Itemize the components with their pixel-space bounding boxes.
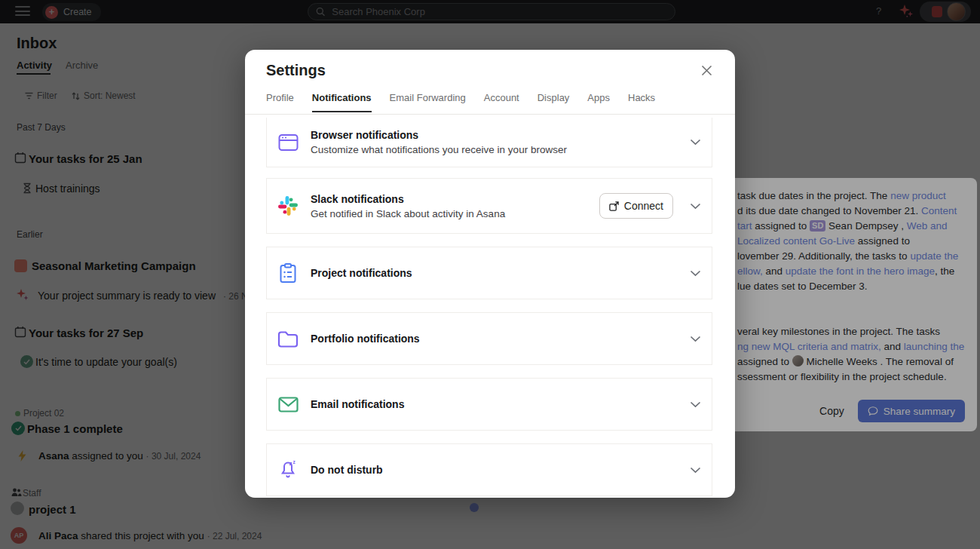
slack-icon [278, 196, 298, 216]
modal-title: Settings [266, 62, 326, 79]
email-icon [278, 397, 299, 413]
connect-slack-button[interactable]: Connect [599, 193, 673, 219]
project-notifications-row[interactable]: Project notifications [266, 247, 712, 299]
row-subtitle: Customize what notifications you receive… [311, 144, 567, 155]
tab-hacks[interactable]: Hacks [628, 92, 655, 112]
svg-text:z: z [292, 460, 296, 465]
chevron-down-icon[interactable] [690, 203, 701, 210]
tabs-divider [245, 114, 735, 115]
scroll-indicator-dot [470, 503, 479, 512]
connect-label: Connect [624, 200, 663, 212]
row-subtitle: Get notified in Slack about activity in … [311, 208, 505, 219]
project-notifications-icon [280, 263, 296, 284]
email-notifications-row[interactable]: Email notifications [266, 378, 712, 431]
tab-display[interactable]: Display [537, 92, 570, 112]
slack-notifications-row[interactable]: Slack notifications Get notified in Slac… [266, 178, 712, 234]
portfolio-notifications-row[interactable]: Portfolio notifications [266, 312, 712, 365]
portfolio-icon [277, 330, 299, 348]
app-window: + Create ? Inbox Activity Archive [0, 0, 980, 549]
close-icon[interactable] [701, 65, 712, 76]
row-title: Portfolio notifications [311, 333, 420, 345]
chevron-down-icon[interactable] [690, 336, 701, 342]
chevron-down-icon[interactable] [690, 467, 701, 474]
do-not-disturb-icon: z z [278, 460, 299, 480]
tab-apps[interactable]: Apps [587, 92, 610, 112]
chevron-down-icon[interactable] [690, 401, 701, 408]
chevron-down-icon[interactable] [690, 139, 701, 146]
tab-account[interactable]: Account [484, 92, 519, 112]
svg-text:z: z [289, 460, 292, 467]
external-link-icon [609, 201, 619, 211]
row-title: Email notifications [311, 398, 404, 410]
row-title: Browser notifications [311, 129, 567, 141]
do-not-disturb-row[interactable]: z z Do not disturb [266, 443, 712, 496]
tab-profile[interactable]: Profile [266, 92, 294, 112]
tab-email-forwarding[interactable]: Email Forwarding [390, 92, 466, 112]
row-title: Slack notifications [311, 193, 505, 205]
row-title: Project notifications [311, 267, 412, 279]
settings-tabs: Profile Notifications Email Forwarding A… [266, 92, 655, 112]
settings-modal: Settings Profile Notifications Email For… [245, 50, 735, 498]
row-title: Do not disturb [311, 464, 383, 476]
tab-notifications[interactable]: Notifications [312, 92, 372, 112]
browser-notifications-row[interactable]: Browser notifications Customize what not… [266, 118, 712, 167]
chevron-down-icon[interactable] [690, 270, 701, 277]
browser-icon [278, 133, 299, 152]
